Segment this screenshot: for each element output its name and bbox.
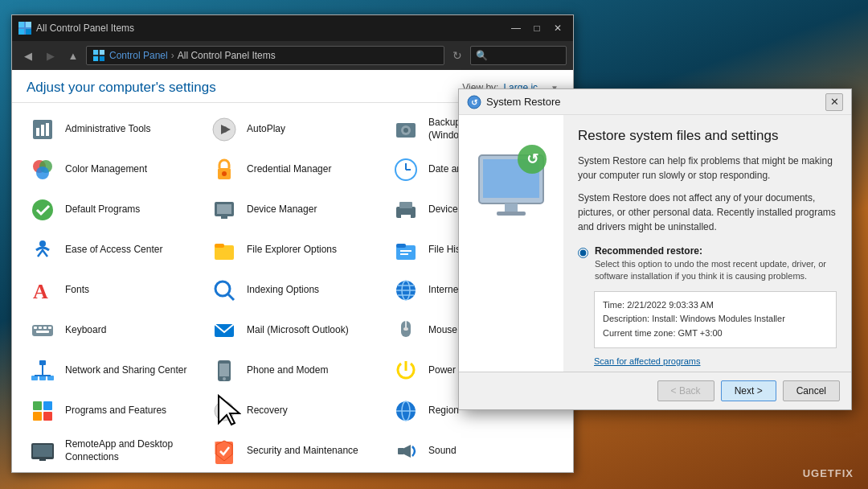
svg-rect-5 [100, 50, 104, 55]
breadcrumb: Control Panel › All Control Panel Items [93, 50, 276, 61]
cp-item[interactable]: RemoteApp and Desktop Connections [20, 431, 202, 471]
cp-item-icon [28, 437, 57, 466]
cp-item-icon [28, 397, 57, 425]
cp-window-icon [18, 22, 31, 35]
svg-rect-11 [46, 123, 49, 136]
svg-marker-83 [404, 445, 411, 458]
svg-rect-58 [39, 360, 46, 365]
svg-rect-31 [399, 202, 412, 208]
sr-back-button[interactable]: < Back [657, 380, 714, 401]
cp-item[interactable]: Default Programs [20, 190, 202, 230]
cp-addressbar: ◀ ▶ ▲ Control Panel › All Control Panel … [12, 41, 573, 70]
refresh-button[interactable]: ↻ [448, 46, 467, 65]
cp-item[interactable]: AFonts [20, 270, 202, 310]
svg-rect-35 [215, 244, 224, 248]
svg-rect-52 [48, 327, 51, 329]
cp-item-icon [28, 115, 57, 144]
cp-item-label: File Explorer Options [247, 244, 337, 257]
cp-item-label: Keyboard [65, 324, 106, 337]
cp-item-label: Default Programs [65, 203, 140, 216]
cp-item-icon [391, 276, 420, 305]
cp-item-label: Security and Maintenance [247, 445, 358, 458]
sr-radio-recommended-row: Recommended restore: Select this option … [578, 245, 837, 283]
sr-radio-recommended-label: Recommended restore: [595, 245, 837, 257]
svg-point-33 [39, 240, 46, 247]
search-icon: 🔍 [476, 50, 488, 61]
cp-item-icon [391, 155, 420, 184]
sr-scan-link[interactable]: Scan for affected programs [594, 356, 837, 366]
back-button[interactable]: ◀ [18, 46, 38, 65]
maximize-button[interactable]: □ [528, 19, 546, 37]
sr-restore-info: Time: 2/21/2022 9:03:33 AM Description: … [594, 291, 837, 348]
cp-item[interactable]: Mail (Microsoft Outlook) [202, 310, 383, 351]
cp-item-label: Color Management [65, 163, 147, 176]
svg-rect-28 [217, 204, 231, 214]
cp-item-label: Ease of Access Center [65, 244, 162, 257]
cp-item-label: Network and Sharing Center [65, 364, 186, 377]
cp-item-label: Device Manager [247, 203, 317, 216]
cp-item[interactable]: Device Manager [202, 190, 383, 230]
sr-radio-section: Recommended restore: Select this option … [578, 245, 837, 372]
cp-item[interactable]: Recovery [202, 391, 383, 431]
sr-titlebar: ↺ System Restore ✕ [459, 89, 851, 115]
close-button[interactable]: ✕ [549, 19, 567, 37]
cp-item-icon [391, 236, 420, 265]
cp-item[interactable]: Programs and Features [20, 391, 202, 431]
minimize-button[interactable]: — [507, 19, 525, 37]
cp-item-label: Recovery [247, 405, 288, 417]
cp-item-icon [28, 195, 57, 224]
cp-window-title: All Control Panel Items [36, 23, 507, 34]
svg-rect-9 [36, 128, 39, 136]
sr-next-button[interactable]: Next > [721, 380, 776, 401]
cp-item[interactable]: Ease of Access Center [20, 230, 202, 270]
svg-point-26 [32, 199, 53, 220]
svg-rect-6 [93, 56, 98, 61]
sr-close-button[interactable]: ✕ [825, 93, 843, 111]
cp-item[interactable]: Keyboard [20, 310, 202, 351]
forward-button[interactable]: ▶ [41, 46, 60, 65]
cp-item-icon [28, 316, 57, 345]
cp-item[interactable]: File Explorer Options [202, 230, 383, 270]
sr-cancel-button[interactable]: Cancel [783, 380, 840, 401]
sr-dialog-heading: Restore system files and settings [578, 128, 837, 144]
cp-item-icon [391, 195, 420, 224]
svg-rect-77 [33, 445, 52, 457]
svg-rect-7 [100, 56, 104, 61]
cp-item[interactable]: Phone and Modem [202, 351, 383, 391]
cp-item-label: Administrative Tools [65, 123, 151, 136]
cp-item-icon [210, 276, 239, 305]
cp-item[interactable]: Network and Sharing Center [20, 351, 202, 391]
cp-item-label: Phone and Modem [247, 364, 328, 377]
svg-rect-78 [39, 459, 46, 461]
cp-item-icon [210, 236, 239, 265]
sr-dialog-body: ↺ Restore system files and settings Syst… [459, 115, 851, 372]
cp-item-icon [210, 115, 239, 144]
cp-item[interactable]: Color Management [20, 150, 202, 190]
sr-radio-recommended[interactable] [578, 248, 588, 258]
svg-rect-3 [26, 29, 31, 35]
up-button[interactable]: ▲ [63, 46, 83, 65]
sr-radio-recommended-sub: Select this option to undo the most rece… [595, 258, 837, 283]
cp-item[interactable]: Indexing Options [202, 270, 383, 310]
svg-text:↺: ↺ [526, 151, 538, 167]
sr-desc-value: Install: Windows Modules Installer [652, 314, 785, 323]
svg-rect-29 [221, 216, 227, 219]
search-box[interactable]: 🔍 [470, 46, 567, 65]
sr-dialog-footer: < Back Next > Cancel [459, 372, 851, 409]
address-box[interactable]: Control Panel › All Control Panel Items [86, 46, 444, 65]
cp-item[interactable]: Security and Maintenance [202, 431, 383, 471]
system-restore-dialog: ↺ System Restore ✕ ↺ Restore syste [458, 88, 852, 410]
sr-dialog-title: System Restore [486, 96, 825, 108]
cp-item-label: Region [428, 405, 459, 417]
cp-item-icon [391, 397, 420, 425]
svg-rect-69 [33, 412, 42, 421]
cp-item-label: Fonts [65, 284, 89, 297]
cp-item[interactable]: Administrative Tools [20, 109, 202, 150]
sr-dialog-main: Restore system files and settings System… [563, 115, 851, 372]
cp-item[interactable]: AutoPlay [202, 109, 383, 150]
cp-item[interactable]: Credential Manager [202, 150, 383, 190]
svg-rect-90 [497, 212, 526, 216]
svg-rect-53 [36, 331, 49, 333]
cp-item[interactable]: Sound [383, 431, 565, 471]
cp-item-icon [210, 356, 239, 385]
